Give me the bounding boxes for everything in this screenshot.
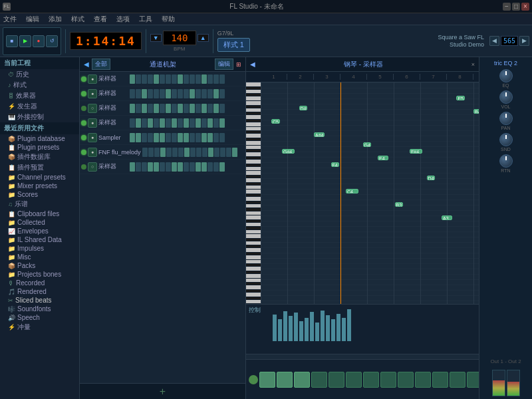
step[interactable] [213,74,219,84]
pr-close-btn[interactable]: × [471,61,475,68]
step[interactable] [130,89,135,98]
step[interactable] [207,104,213,113]
play-button[interactable]: ▶ [19,35,31,47]
pattern-block[interactable] [398,372,414,388]
channel-led[interactable] [81,76,86,82]
pattern-block[interactable] [294,372,310,388]
minimize-btn[interactable]: − [503,3,511,11]
velocity-bar[interactable] [336,314,340,341]
step[interactable] [201,89,207,98]
step[interactable] [219,162,225,172]
step[interactable] [196,148,201,157]
rack-settings-btn[interactable]: ⊞ [236,61,241,68]
step[interactable] [172,104,177,113]
step[interactable] [208,148,213,157]
step[interactable] [154,133,159,142]
piano-note[interactable]: C4 [346,189,358,194]
step[interactable] [172,118,177,128]
piano-note[interactable]: E5 [456,96,465,100]
step[interactable] [196,118,201,128]
sidebar-item-插件数据库[interactable]: 📦插件数据库 [0,152,79,162]
step[interactable] [178,104,183,113]
menu-item-样式[interactable]: 样式 [69,15,86,24]
step[interactable] [184,148,190,157]
sidebar-item-IL-Shared-Data[interactable]: 📁IL Shared Data [0,235,79,244]
piano-note[interactable]: C5 [271,119,280,124]
step[interactable] [201,118,207,128]
step[interactable] [178,148,184,157]
channel-mute-btn[interactable]: ● [88,133,97,142]
step[interactable] [142,104,147,113]
channel-mute-btn[interactable]: ● [88,118,97,128]
step[interactable] [172,89,177,98]
step[interactable] [160,74,165,84]
pattern-block[interactable] [311,372,327,388]
step[interactable] [219,133,225,142]
step[interactable] [154,162,159,172]
sidebar-item-Sliced-beats[interactable]: ✂Sliced beats [0,296,79,305]
step[interactable] [166,118,171,128]
step[interactable] [130,162,135,172]
velocity-bar[interactable] [315,323,319,341]
sidebar-item-Channel-presets[interactable]: 📁Channel presets [0,173,79,182]
pattern-block[interactable] [346,372,362,388]
velocity-bar[interactable] [273,315,277,341]
step[interactable] [190,74,195,84]
step[interactable] [201,104,207,113]
step[interactable] [232,148,237,157]
sidebar-section-1[interactable]: 最近所用文件 [0,122,79,134]
note-grid[interactable]: C5G#4D#5A#4F4C4G4E4B3F#4D4A3E5B4F#5 [261,82,479,304]
step[interactable] [154,104,159,113]
sidebar-item-效果器[interactable]: 🎛效果器 [0,90,79,101]
channel-led[interactable] [81,120,86,126]
step[interactable] [190,148,196,157]
step[interactable] [190,118,195,128]
step[interactable] [226,148,231,157]
step[interactable] [160,118,165,128]
pattern-block[interactable] [277,372,293,388]
sidebar-item-Plugin-presets[interactable]: 📋Plugin presets [0,143,79,152]
step[interactable] [219,74,225,84]
step[interactable] [166,74,171,84]
step[interactable] [148,148,154,157]
step[interactable] [178,162,183,172]
step[interactable] [130,74,135,84]
piano-note[interactable]: A#4 [314,132,325,137]
menu-item-添加[interactable]: 添加 [47,15,64,24]
pattern-block[interactable] [432,372,448,388]
velocity-bar[interactable] [342,318,346,341]
bpm-display[interactable]: 140 [163,31,196,45]
step[interactable] [207,89,213,98]
step[interactable] [178,89,183,98]
piano-note[interactable]: G4 [363,142,372,147]
menu-item-选项[interactable]: 选项 [114,15,132,24]
sidebar-item-Impulses[interactable]: 📁Impulses [0,244,79,253]
step[interactable] [220,148,225,157]
vol-down-btn[interactable]: ◀ [489,36,499,46]
record-button[interactable]: ● [33,35,45,47]
velocity-bar[interactable] [321,311,325,341]
channel-led[interactable] [81,91,86,96]
piano-note[interactable]: F#4 [410,149,422,154]
piano-note[interactable]: B3 [395,202,404,207]
step[interactable] [219,89,225,98]
step[interactable] [136,118,141,128]
step[interactable] [136,133,141,142]
step[interactable] [148,104,153,113]
step[interactable] [178,133,183,142]
step[interactable] [130,118,135,128]
step[interactable] [142,148,148,157]
step[interactable] [148,89,153,98]
sidebar-item-Projects-bones[interactable]: 📁Projects bones [0,270,79,279]
piano-note[interactable]: D#5 [299,106,308,110]
step[interactable] [136,104,141,113]
step[interactable] [213,133,219,142]
step[interactable] [184,162,189,172]
knob-vol[interactable] [499,90,513,104]
menu-item-工具[interactable]: 工具 [137,15,154,24]
step[interactable] [166,148,172,157]
sidebar-item-插件预置[interactable]: 📋插件预置 [0,162,79,173]
sidebar-item-Envelopes[interactable]: 📈Envelopes [0,227,79,235]
pattern-block[interactable] [329,372,344,388]
step[interactable] [172,162,177,172]
